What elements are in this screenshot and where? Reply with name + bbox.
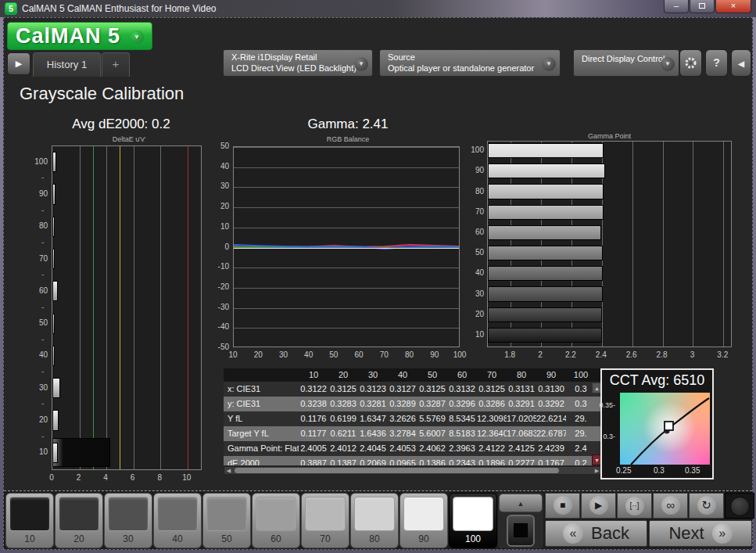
close-button[interactable]: ×	[715, 0, 751, 13]
pattern-panel-expand-button[interactable]: ▲	[499, 494, 543, 512]
table-row[interactable]: x: CIE310.31220.31250.31230.31270.31250.…	[224, 382, 602, 397]
pattern-level-label: 70	[305, 533, 346, 544]
stop-icon: ■	[554, 496, 572, 515]
layout-nav-button[interactable]: ▶	[7, 52, 30, 75]
stop-button[interactable]: ■	[545, 493, 580, 519]
pattern-level-button-60[interactable]: 60	[252, 493, 300, 548]
y-tick-label: 50	[465, 248, 484, 257]
pattern-level-button-80[interactable]: 80	[350, 493, 399, 548]
pattern-level-button-50[interactable]: 50	[202, 493, 251, 548]
add-tab-button[interactable]: +	[102, 52, 130, 77]
pattern-level-button-40[interactable]: 40	[153, 493, 202, 548]
gray-swatch	[157, 497, 198, 531]
window-pattern-button[interactable]	[507, 515, 535, 547]
y-tick-label: 20	[206, 202, 229, 210]
value-cell: 0.3132	[447, 382, 477, 397]
calman-logo[interactable]: CalMAN 5 ▼	[7, 22, 152, 50]
continuous-measure-button[interactable]: ∞	[653, 493, 688, 519]
title-bar[interactable]: 5 CalMAN 5 CalMAN Enthusiast for Home Vi…	[0, 0, 756, 17]
maximize-button[interactable]	[690, 0, 715, 13]
gamma-point-bar	[488, 328, 602, 343]
y-tick-label: -40	[206, 322, 229, 331]
y-tick-label: 30	[465, 289, 484, 298]
chevron-double-right-icon: »	[712, 523, 733, 544]
column-header: 60	[447, 368, 477, 382]
table-horizontal-scrollbar[interactable]: ◀ ▶	[224, 466, 602, 475]
deltae-bar	[52, 314, 55, 334]
gridline	[663, 142, 664, 347]
loop-button[interactable]: ↻	[689, 493, 724, 519]
refresh-icon: ↻	[697, 496, 716, 515]
y-tick-label: 80	[465, 187, 484, 196]
pattern-level-label: 60	[256, 533, 296, 544]
pattern-level-label: 40	[157, 533, 198, 544]
y-tick-label: 90	[27, 189, 48, 198]
column-header: 100	[566, 368, 596, 382]
gamma-point-bar	[488, 205, 604, 220]
table-row[interactable]: Y fL0.11760.61991.63473.26265.57698.5345…	[224, 411, 602, 426]
value-cell: 2.4012	[328, 441, 358, 456]
gray-swatch	[59, 497, 99, 531]
x-tick-label: 2.6	[626, 350, 637, 359]
gridline	[693, 142, 693, 347]
selected-level-highlight	[52, 438, 110, 467]
gridline	[106, 146, 107, 469]
pattern-level-label: 10	[9, 533, 50, 544]
cct-panel: CCT Avg: 6510 0.35- 0.3- 0.25 0.3 0.35	[600, 368, 714, 479]
help-button[interactable]: ?	[705, 49, 728, 77]
chevron-down-icon[interactable]: ▼	[542, 57, 556, 71]
back-button[interactable]: « Back	[545, 520, 647, 547]
pattern-level-button-30[interactable]: 30	[104, 493, 152, 548]
pattern-level-button-20[interactable]: 20	[55, 493, 103, 548]
gamma-point-bar	[488, 307, 602, 322]
column-header: 50	[417, 368, 447, 382]
row-label: dE 2000	[224, 456, 299, 465]
value-cell: 0.1177	[299, 426, 328, 441]
value-cell: 0.2069	[358, 456, 388, 465]
pattern-level-button-100[interactable]: 100	[449, 493, 497, 548]
reference-line	[120, 146, 120, 469]
value-cell: 8.5345	[447, 411, 477, 426]
gray-swatch	[9, 497, 50, 531]
pattern-level-label: 90	[403, 533, 444, 544]
minimize-button[interactable]: –	[664, 0, 689, 13]
source-selector[interactable]: Source Optical player or standalone gene…	[379, 49, 561, 77]
column-header: 70	[477, 368, 507, 382]
value-cell: 0.3281	[358, 397, 388, 411]
x-tick-label: 20	[254, 350, 263, 359]
table-row[interactable]: Target Y fL0.11770.62111.64363.27845.600…	[224, 426, 602, 441]
pattern-level-button-90[interactable]: 90	[399, 493, 448, 548]
meter-selector[interactable]: X-Rite i1Display Retail LCD Direct View …	[223, 49, 373, 77]
tab-history-1[interactable]: History 1	[33, 52, 101, 77]
next-button[interactable]: Next »	[649, 520, 752, 547]
pattern-level-button-10[interactable]: 10	[5, 493, 54, 548]
y-minor-tick: -	[41, 335, 48, 343]
single-measure-button[interactable]: [··]	[617, 493, 652, 519]
table-row[interactable]: y: CIE310.32380.32830.32810.32890.32870.…	[224, 397, 602, 411]
scroll-left-icon[interactable]: ◀	[224, 467, 233, 474]
value-cell: 0.1896	[477, 456, 507, 465]
scrollbar-thumb[interactable]	[235, 468, 559, 473]
display-control-selector[interactable]: Direct Display Control ▼	[573, 49, 679, 77]
table-row[interactable]: dE 20000.38870.13870.20690.09650.13860.2…	[224, 456, 602, 465]
value-cell: 0.3286	[477, 397, 507, 411]
logo-dropdown-icon[interactable]: ▼	[131, 31, 144, 44]
value-cell: 0.3130	[536, 382, 566, 397]
chevron-down-icon[interactable]: ▼	[661, 57, 675, 71]
collapse-panel-button[interactable]: ◀	[731, 49, 751, 77]
white-point-marker	[665, 422, 673, 430]
meter-status-indicator	[725, 493, 754, 519]
y-tick-label: -20	[206, 282, 229, 291]
settings-button[interactable]	[679, 49, 702, 77]
play-button[interactable]: ▶	[581, 493, 616, 519]
column-header: 10	[299, 368, 328, 382]
pattern-level-button-70[interactable]: 70	[301, 493, 349, 548]
table-row[interactable]: Gamma Point: Flat2.40052.40122.40452.405…	[224, 441, 602, 456]
value-cell: 0.3125	[417, 382, 447, 397]
gear-icon	[684, 56, 697, 70]
gamma-point-bar	[488, 184, 604, 199]
y-minor-tick: -	[41, 399, 48, 408]
x-tick-label: 6	[131, 473, 135, 482]
chevron-down-icon[interactable]: ▼	[354, 57, 368, 71]
y-tick-label: 50	[206, 142, 229, 150]
